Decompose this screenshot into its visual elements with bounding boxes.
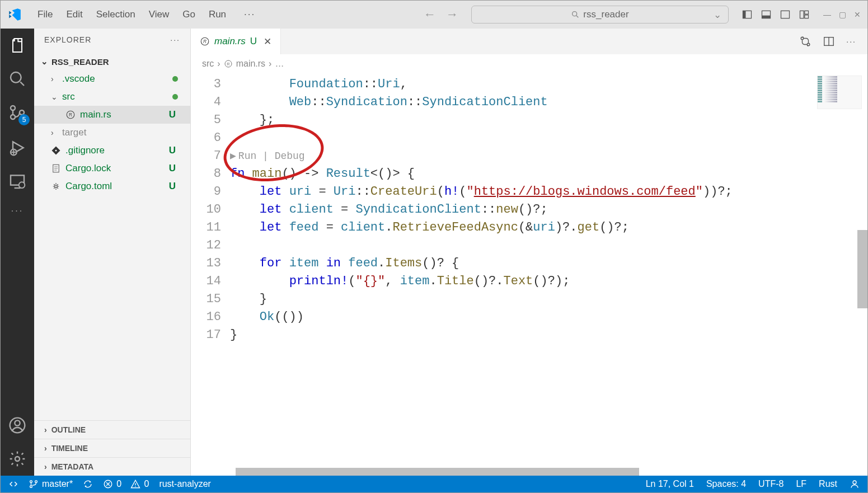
code-editor[interactable]: 3 4 5 6 7 8 9 10 11 12 13 14 15 16 17 — [191, 73, 867, 476]
chevron-right-icon: › — [51, 128, 58, 137]
git-status-u: U — [169, 163, 176, 174]
chevron-down-icon: ⌄ — [51, 92, 58, 101]
breadcrumb-tail[interactable]: … — [275, 59, 284, 69]
breadcrumb-folder[interactable]: src — [202, 59, 214, 69]
scm-badge-count: 5 — [18, 114, 30, 125]
horizontal-scrollbar[interactable] — [236, 468, 856, 476]
layout-controls: — ▢ ✕ — [742, 9, 861, 20]
section-label: TIMELINE — [51, 444, 88, 453]
menu-go[interactable]: Go — [182, 9, 195, 20]
compare-changes-icon[interactable] — [799, 35, 811, 48]
git-branch[interactable]: master* — [29, 479, 73, 489]
tree-file-cargo-lock[interactable]: Cargo.lock U — [34, 159, 190, 177]
menu-file[interactable]: File — [37, 9, 53, 20]
menu-edit[interactable]: Edit — [66, 9, 82, 20]
eol-status[interactable]: LF — [796, 479, 806, 489]
section-label: OUTLINE — [51, 425, 86, 434]
tree-folder-vscode[interactable]: › .vscode — [34, 70, 190, 88]
search-icon — [571, 10, 580, 19]
chevron-right-icon: › — [44, 462, 47, 471]
remote-indicator[interactable] — [8, 479, 18, 489]
tree-folder-target[interactable]: › target — [34, 124, 190, 142]
remote-explorer-icon[interactable] — [8, 172, 26, 190]
git-file-icon — [51, 145, 61, 156]
chevron-right-icon: › — [51, 74, 58, 83]
menu-run[interactable]: Run — [209, 9, 226, 20]
tree-file-main-rs[interactable]: R main.rs U — [34, 106, 190, 124]
window-system-controls: — ▢ ✕ — [823, 10, 861, 19]
git-status-u: U — [169, 145, 176, 156]
svg-rect-9 — [805, 15, 809, 18]
sidebar-metadata[interactable]: ›METADATA — [34, 457, 190, 476]
encoding-status[interactable]: UTF-8 — [758, 479, 783, 489]
sidebar-explorer: EXPLORER ··· ⌄ RSS_READER › .vscode ⌄ sr… — [34, 29, 191, 476]
problems-status[interactable]: 0 0 — [103, 479, 149, 489]
breadcrumb[interactable]: src › R main.rs › … — [191, 54, 867, 73]
sidebar-timeline[interactable]: ›TIMELINE — [34, 439, 190, 457]
code-lens-run-debug[interactable]: ▶Run | Debug — [230, 147, 867, 165]
code-content[interactable]: Foundation::Uri, Web::Syndication::Syndi… — [230, 73, 867, 476]
cursor-position[interactable]: Ln 17, Col 1 — [646, 479, 694, 489]
settings-gear-icon[interactable] — [8, 450, 26, 468]
run-debug-icon[interactable] — [8, 139, 26, 157]
tree-folder-src[interactable]: ⌄ src — [34, 88, 190, 106]
toggle-primary-sidebar-icon[interactable] — [742, 9, 753, 20]
search-text: rss_reader — [583, 9, 628, 20]
root-folder-label: RSS_READER — [51, 57, 109, 67]
accounts-icon[interactable] — [8, 416, 26, 434]
tree-file-cargo-toml[interactable]: Cargo.toml U — [34, 177, 190, 195]
tree-item-label: src — [62, 91, 75, 102]
menu-view[interactable]: View — [149, 9, 170, 20]
chevron-right-icon: › — [217, 59, 220, 69]
rust-analyzer-status[interactable]: rust-analyzer — [159, 479, 210, 489]
nav-arrows: ← → — [424, 7, 458, 22]
breadcrumb-file[interactable]: main.rs — [236, 59, 265, 69]
scrollbar-thumb[interactable] — [236, 468, 639, 476]
minimap[interactable] — [817, 76, 862, 109]
menu-more[interactable]: ··· — [244, 9, 255, 20]
svg-point-12 — [11, 106, 15, 110]
tree-file-gitignore[interactable]: .gitignore U — [34, 142, 190, 159]
svg-point-38 — [30, 486, 32, 488]
svg-point-19 — [15, 420, 20, 425]
source-control-icon[interactable]: 5 — [8, 104, 26, 123]
toggle-secondary-sidebar-icon[interactable] — [780, 9, 791, 20]
command-center-search[interactable]: rss_reader ⌄ — [471, 6, 729, 24]
tree-item-label: Cargo.lock — [65, 163, 111, 174]
tree-item-label: .vscode — [62, 73, 95, 84]
git-modified-dot-icon — [172, 94, 178, 100]
minimize-icon[interactable]: — — [823, 10, 831, 19]
feedback-icon[interactable] — [850, 479, 860, 489]
nav-back-icon[interactable]: ← — [424, 7, 436, 22]
toggle-panel-icon[interactable] — [761, 9, 772, 20]
git-sync[interactable] — [83, 479, 93, 489]
sidebar-outline[interactable]: ›OUTLINE — [34, 420, 190, 439]
split-editor-icon[interactable] — [823, 35, 835, 48]
search-icon[interactable] — [8, 70, 26, 88]
chevron-right-icon: › — [44, 425, 47, 434]
activity-more-icon[interactable]: ··· — [11, 206, 24, 216]
indentation-status[interactable]: Spaces: 4 — [706, 479, 746, 489]
menu-selection[interactable]: Selection — [96, 9, 135, 20]
language-mode[interactable]: Rust — [819, 479, 837, 489]
nav-forward-icon[interactable]: → — [446, 7, 458, 22]
tab-main-rs[interactable]: R main.rs U ✕ — [191, 29, 281, 54]
scrollbar-thumb[interactable] — [857, 230, 867, 308]
editor-area: R main.rs U ✕ ··· src › R main.rs › … — [191, 29, 867, 476]
vertical-scrollbar[interactable] — [857, 73, 867, 476]
tree-item-label: main.rs — [80, 109, 111, 120]
maximize-icon[interactable]: ▢ — [839, 10, 846, 19]
vscode-logo-icon — [7, 7, 22, 22]
chevron-right-icon: › — [44, 444, 47, 453]
tree-root-folder[interactable]: ⌄ RSS_READER — [34, 53, 190, 70]
file-tree: ⌄ RSS_READER › .vscode ⌄ src R main.rs U — [34, 51, 190, 198]
explorer-more-icon[interactable]: ··· — [170, 35, 180, 44]
tab-filename: main.rs — [214, 36, 246, 47]
activity-bar: 5 ··· — [1, 29, 34, 476]
editor-more-icon[interactable]: ··· — [846, 37, 856, 46]
explorer-icon[interactable] — [8, 36, 26, 54]
customize-layout-icon[interactable] — [799, 9, 810, 20]
tab-close-icon[interactable]: ✕ — [264, 36, 271, 48]
close-icon[interactable]: ✕ — [854, 10, 861, 19]
svg-point-39 — [35, 481, 37, 483]
